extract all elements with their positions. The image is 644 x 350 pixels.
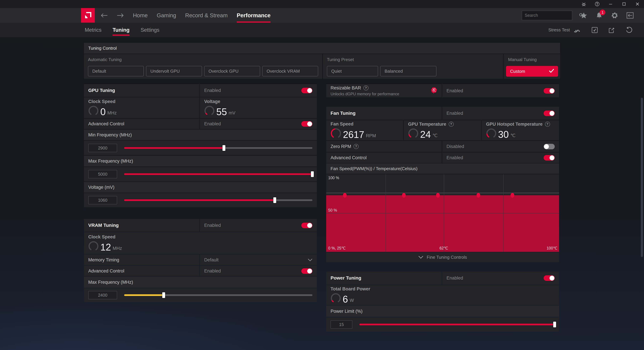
power-tuning-toggle[interactable] [544,275,555,281]
forward-arrow-icon[interactable] [117,13,124,18]
balanced-preset-button[interactable]: Balanced [380,66,436,76]
fan-speed-value: 2617 [343,130,364,140]
undervolt-gpu-button[interactable]: Undervolt GPU [146,66,202,76]
fan-curve-point[interactable] [510,193,514,198]
gpu-tuning-header: GPU Tuning [84,84,199,97]
zero-rpm-toggle[interactable] [544,144,555,149]
fan-curve-point[interactable] [436,193,440,198]
help-icon[interactable] [595,2,600,6]
favorites-star-icon[interactable] [580,12,588,19]
import-profile-icon[interactable] [591,27,598,34]
reset-icon[interactable] [626,27,632,34]
gpu-temperature-value: 24 [420,130,431,139]
overclock-vram-button[interactable]: Overclock VRAM [262,66,318,76]
memory-timing-dropdown[interactable]: Default [200,254,317,265]
gpu-clock-gauge-icon [88,106,99,116]
voltage-slider[interactable] [124,199,312,201]
notification-badge: 1 [600,10,606,15]
export-profile-icon[interactable] [608,27,615,34]
fan-curve-plot[interactable]: 100 % 50 % 0 %, 25℃ 62℃ 100℃ [326,174,559,252]
min-frequency-slider-row: 2900 [84,141,317,155]
nav-tab-record-stream[interactable]: Record & Stream [185,8,228,23]
nav-tab-home[interactable]: Home [133,8,148,23]
power-limit-slider[interactable] [360,324,555,325]
fan-speed-gauge: Fan Speed 2617 RPM [326,120,403,140]
fan-advanced-toggle[interactable] [544,155,555,160]
vram-advanced-toggle[interactable] [301,268,312,274]
min-frequency-input[interactable]: 2900 [88,144,117,152]
max-frequency-input[interactable]: 5000 [88,170,117,178]
minimize-button[interactable] [608,2,613,6]
total-board-power-gauge-icon [330,293,341,304]
vram-max-frequency-slider[interactable] [124,294,312,296]
fan-tuning-title: Fan Tuning [330,110,356,116]
power-limit-slider-row: 15 [326,317,559,332]
power-tuning-panel: Power Tuning Enabled Total Board Power 6… [326,272,559,332]
vram-tuning-toggle[interactable] [301,223,312,228]
vram-advanced-control-row: Advanced Control [84,266,199,276]
gpu-voltage-gauge: Voltage 55 mV [200,97,317,118]
subnav-tab-metrics[interactable]: Metrics [85,23,102,37]
fan-curve-point[interactable] [476,193,480,198]
close-button[interactable] [635,2,640,6]
fine-tuning-controls-expander[interactable]: Fine Tuning Controls [326,252,559,262]
tuning-control-title: Tuning Control [88,46,117,51]
gpu-tuning-toggle[interactable] [301,88,312,93]
gpu-tuning-title: GPU Tuning [88,88,115,93]
voltage-input[interactable]: 1060 [88,196,117,204]
notifications-bell-icon[interactable]: 1 [595,12,603,19]
collapse-panel-icon[interactable] [626,12,634,19]
gpu-temperature-help-icon[interactable]: ? [449,122,454,127]
settings-gear-icon[interactable] [611,12,618,19]
chevron-down-icon [308,258,312,262]
vram-tuning-state-label: Enabled [204,223,221,228]
zero-rpm-label: Zero RPM [330,144,351,149]
vram-clock-speed-gauge: Clock Speed 12 MHz [84,232,317,254]
gpu-temperature-label: GPU Temperature [408,122,446,127]
vertical-scrollbar[interactable] [641,98,643,257]
vram-max-frequency-input[interactable]: 2400 [88,291,117,299]
manual-tuning-label: Manual Tuning [506,57,558,62]
gpu-advanced-toggle[interactable] [301,121,312,127]
resizable-bar-state-label: Enabled [446,88,463,94]
resizable-bar-toggle[interactable] [544,88,555,94]
search-box[interactable] [522,11,572,20]
overclock-gpu-button[interactable]: Overclock GPU [204,66,260,76]
resizable-bar-help-icon[interactable]: ? [364,86,368,90]
gpu-temperature-unit: ℃ [432,133,438,139]
fan-curve-point[interactable] [343,193,347,198]
gpu-voltage-label: Voltage [204,99,312,104]
subnav-actions: Stress Test [548,27,644,34]
maximize-button[interactable] [622,2,626,6]
left-column: GPU Tuning Enabled Clock Speed 0 MHz Vol… [84,84,317,302]
amd-logo[interactable] [81,8,95,23]
nav-tab-gaming[interactable]: Gaming [157,8,176,23]
nav-tab-performance[interactable]: Performance [237,8,271,23]
power-limit-input[interactable]: 15 [330,320,352,329]
default-button[interactable]: Default [88,66,144,76]
gpu-tuning-state-label: Enabled [204,88,221,93]
zero-rpm-help-icon[interactable]: ? [354,144,358,149]
y-tick-50: 50 % [328,208,337,212]
tuning-preset-group: Tuning Preset Quiet Balanced [323,54,503,79]
back-arrow-icon[interactable] [101,13,108,18]
gpu-hotspot-help-icon[interactable]: ? [545,122,550,127]
search-input[interactable] [525,13,579,18]
resizable-bar-panel: Resizable BAR ? Unlocks dGPU memory for … [326,84,559,98]
stress-test-gauge-icon[interactable] [574,27,581,33]
min-frequency-label: Min Frequency (MHz) [88,132,132,138]
fan-tuning-header: Fan Tuning [326,107,442,120]
min-frequency-slider[interactable] [124,147,312,149]
subnav-tab-tuning[interactable]: Tuning [112,23,130,37]
bug-report-icon[interactable] [581,2,586,6]
fan-curve-point[interactable] [402,193,406,198]
fan-tuning-toggle[interactable] [544,110,555,116]
max-frequency-slider[interactable] [124,173,312,175]
subnav-tab-settings[interactable]: Settings [140,23,160,37]
custom-preset-button[interactable]: Custom [506,66,558,77]
quiet-preset-button[interactable]: Quiet [327,66,378,76]
automatic-tuning-label: Automatic Tuning [88,57,318,62]
vram-clock-value: 12 [100,242,111,252]
custom-button-label: Custom [510,69,525,74]
voltage-slider-row: 1060 [84,193,317,207]
